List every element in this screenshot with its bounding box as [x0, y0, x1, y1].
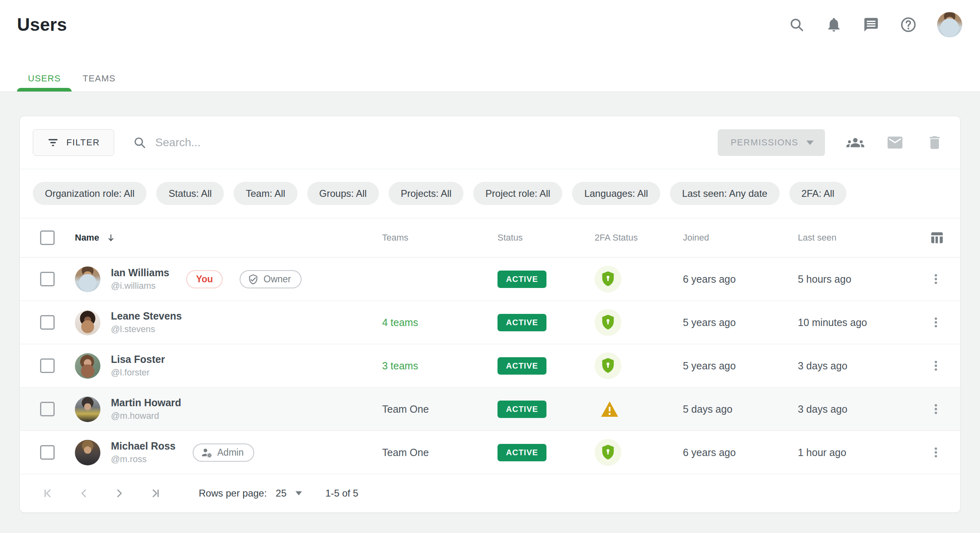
- joined-cell: 6 years ago: [673, 447, 788, 458]
- row-menu-icon[interactable]: [928, 358, 944, 374]
- sort-descending-icon: [106, 232, 116, 243]
- teams-cell: Team One: [372, 447, 488, 458]
- user-handle: @i.williams: [111, 281, 169, 291]
- admin-badge: Admin: [193, 443, 254, 462]
- permissions-button[interactable]: PERMISSIONS: [718, 129, 825, 156]
- permissions-button-label: PERMISSIONS: [731, 137, 798, 148]
- mail-icon[interactable]: [886, 133, 904, 152]
- column-header-last-seen: Last seen: [788, 232, 920, 243]
- search-icon[interactable]: [788, 16, 805, 33]
- chevron-down-icon: [295, 491, 302, 495]
- table-header: Name Teams Status 2FA Status Joined Last…: [20, 218, 960, 258]
- previous-page-icon[interactable]: [77, 486, 92, 501]
- notifications-icon[interactable]: [825, 16, 842, 33]
- groups-icon[interactable]: [846, 133, 865, 152]
- table-row[interactable]: Lisa Foster @l.forster 3 teams ACTIVE 5 …: [20, 344, 960, 388]
- user-name[interactable]: Martin Howard: [111, 397, 181, 409]
- filter-chip-project-role[interactable]: Project role: All: [473, 182, 562, 205]
- owner-badge: Owner: [240, 270, 302, 288]
- twofa-enabled-icon: [595, 439, 621, 466]
- last-page-icon[interactable]: [146, 486, 162, 501]
- filter-chip-last-seen[interactable]: Last seen: Any date: [670, 182, 780, 205]
- avatar: [75, 266, 100, 292]
- table-row[interactable]: Martin Howard @m.howard Team One ACTIVE …: [20, 388, 960, 431]
- filter-icon: [47, 136, 59, 149]
- teams-link[interactable]: 3 teams: [382, 360, 418, 371]
- status-badge: ACTIVE: [497, 401, 546, 418]
- user-name[interactable]: Michael Ross: [111, 441, 176, 452]
- table-row[interactable]: Leane Stevens @l.stevens 4 teams ACTIVE …: [20, 301, 960, 344]
- twofa-enabled-icon: [595, 309, 621, 336]
- user-handle: @m.ross: [111, 454, 176, 464]
- help-icon[interactable]: [900, 16, 917, 33]
- rows-per-page-select[interactable]: 25: [276, 488, 302, 499]
- column-header-name[interactable]: Name: [75, 232, 372, 243]
- tab-users[interactable]: USERS: [17, 66, 72, 92]
- filter-chip-team[interactable]: Team: All: [234, 182, 297, 205]
- page-tabs: USERS TEAMS: [17, 66, 127, 92]
- column-header-joined: Joined: [673, 232, 788, 243]
- filter-chip-organization-role[interactable]: Organization role: All: [33, 182, 147, 205]
- user-avatar[interactable]: [937, 12, 962, 37]
- user-handle: @m.howard: [111, 411, 181, 421]
- shield-check-icon: [248, 274, 259, 285]
- search-icon: [133, 136, 147, 149]
- search-bar: [133, 136, 718, 149]
- joined-cell: 5 years ago: [673, 317, 788, 328]
- twofa-enabled-icon: [595, 352, 621, 379]
- avatar: [75, 310, 100, 335]
- teams-link[interactable]: 4 teams: [382, 317, 418, 328]
- filter-button-label: FILTER: [66, 137, 100, 148]
- active-tab-indicator: [17, 88, 72, 92]
- table-toolbar: FILTER PERMISSIONS: [20, 116, 960, 169]
- pagination-bar: Rows per page: 25 1-5 of 5: [20, 474, 960, 512]
- filter-chip-languages[interactable]: Languages: All: [572, 182, 660, 205]
- row-menu-icon[interactable]: [928, 444, 944, 461]
- select-all-checkbox[interactable]: [40, 230, 55, 245]
- filter-chip-projects[interactable]: Projects: All: [389, 182, 463, 205]
- row-checkbox[interactable]: [40, 272, 55, 286]
- row-checkbox[interactable]: [40, 315, 55, 330]
- avatar: [75, 397, 100, 422]
- tab-teams[interactable]: TEAMS: [72, 66, 126, 92]
- row-menu-icon[interactable]: [928, 314, 944, 330]
- column-settings-icon[interactable]: [929, 230, 944, 245]
- column-header-2fa: 2FA Status: [585, 232, 673, 243]
- avatar: [75, 353, 100, 379]
- filter-chip-status[interactable]: Status: All: [156, 182, 224, 205]
- status-badge: ACTIVE: [497, 271, 546, 288]
- first-page-icon[interactable]: [42, 486, 57, 501]
- table-row[interactable]: Michael Ross @m.ross: [20, 431, 960, 474]
- joined-cell: 5 days ago: [673, 403, 788, 415]
- row-checkbox[interactable]: [40, 445, 55, 460]
- user-name[interactable]: Leane Stevens: [111, 311, 182, 322]
- messages-icon[interactable]: [863, 16, 880, 33]
- joined-cell: 6 years ago: [673, 273, 788, 285]
- top-actions: [788, 12, 962, 37]
- row-checkbox[interactable]: [40, 402, 55, 416]
- user-name[interactable]: Lisa Foster: [111, 354, 165, 365]
- last-seen-cell: 10 minutes ago: [788, 317, 920, 328]
- row-checkbox[interactable]: [40, 358, 55, 373]
- tab-users-label: USERS: [28, 73, 61, 84]
- table-body: Ian Williams @i.williams You Owner ACTIV…: [20, 258, 960, 474]
- user-name[interactable]: Ian Williams: [111, 267, 169, 279]
- page-title: Users: [17, 15, 67, 35]
- table-row[interactable]: Ian Williams @i.williams You Owner ACTIV…: [20, 258, 960, 301]
- tab-teams-label: TEAMS: [83, 73, 115, 84]
- status-badge: ACTIVE: [497, 314, 546, 331]
- filter-chip-2fa[interactable]: 2FA: All: [789, 182, 846, 205]
- chevron-down-icon: [806, 141, 814, 145]
- rows-per-page-label: Rows per page:: [199, 488, 267, 499]
- row-menu-icon[interactable]: [928, 271, 944, 287]
- last-seen-cell: 3 days ago: [788, 403, 920, 415]
- filter-chip-groups[interactable]: Groups: All: [307, 182, 379, 205]
- row-menu-icon[interactable]: [928, 401, 944, 417]
- search-input[interactable]: [155, 136, 463, 149]
- trash-icon[interactable]: [925, 133, 944, 152]
- filter-button[interactable]: FILTER: [33, 129, 114, 156]
- bulk-action-icons: [846, 133, 944, 152]
- next-page-icon[interactable]: [111, 486, 127, 501]
- filter-chips-row: Organization role: All Status: All Team:…: [20, 169, 960, 218]
- you-badge: You: [186, 270, 223, 288]
